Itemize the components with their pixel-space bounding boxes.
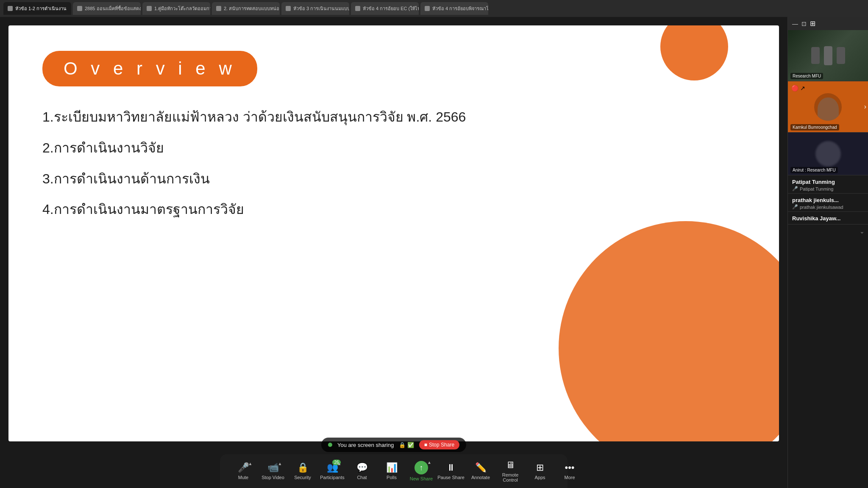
chat-icon: 💬 (356, 462, 368, 473)
tab-favicon-5 (286, 6, 291, 11)
toolbar-pause-share[interactable]: ⏸ Pause Share (436, 462, 466, 480)
tab-label-3: 1.คู่มือทักวะโต๊ะกลวัดออมการวิจัย ... (154, 5, 210, 12)
apps-icon: ⊞ (536, 462, 544, 473)
participant-sub-1: 🎤 Patipat Tunming (792, 186, 864, 191)
tab-label-2: 2885 ออนแม็คที่ซื้อข้อแสดงแบบพ... (85, 5, 141, 12)
main-area: O v e r v i e w 1.ระเบียบมหาวิทยาลัยแม่ฟ… (0, 17, 868, 488)
tab-favicon (8, 6, 13, 11)
more-icon: ••• (565, 462, 574, 473)
remote-control-label: Remote Control (495, 472, 525, 482)
tab-favicon-7 (425, 6, 430, 11)
meeting-room-people (811, 46, 845, 65)
stop-video-label: Stop Video (262, 475, 284, 480)
stop-video-chevron[interactable]: ▲ (278, 461, 282, 466)
toolbar-annotate[interactable]: ✏️ Annotate (466, 462, 495, 480)
annotate-icon: ✏️ (475, 462, 487, 473)
stop-share-label: Stop Share (429, 442, 454, 448)
tab-label-4: 2. สนับการทดสอบแบบหน่อยในแต่ล้ว... (224, 5, 280, 12)
deco-circle-bottom-right (559, 221, 779, 441)
sharing-icons: 🔒 ✅ (399, 442, 414, 448)
reaction-arrow: ↗ (800, 85, 805, 92)
annotate-label: Annotate (471, 475, 490, 480)
toolbar-remote-control[interactable]: 🖥 Remote Control (495, 460, 525, 482)
person-silhouette-1 (811, 47, 820, 64)
zoom-toolbar: 🎤 ▲ Mute 📹 ▲ Stop Video 🔒 Security (220, 454, 568, 488)
sidebar-grid-button[interactable]: ⊞ (810, 19, 815, 28)
pause-share-label: Pause Share (437, 475, 465, 480)
tab-6[interactable]: หัวข้อ 4 การอ้ยอบ EC (ให้ไฟล์... (351, 2, 419, 15)
reaction-fire: 🔴 (791, 85, 798, 92)
tab-close[interactable]: ✕ (71, 6, 71, 11)
sidebar-minimize-button[interactable]: — (792, 20, 798, 27)
tab-favicon-2 (77, 6, 82, 11)
tab-label: หัวข้อ 1-2 การดำเนินงาน (15, 5, 67, 12)
toolbar-stop-video[interactable]: 📹 ▲ Stop Video (258, 462, 288, 480)
participant-name-3: Ruvishika Jayaw... (792, 215, 864, 222)
new-share-chevron[interactable]: ▲ (427, 460, 431, 465)
face-shape (818, 97, 839, 121)
video-label-1: Research MFU (790, 73, 823, 79)
mic-icon-1: 🎤 (792, 186, 798, 191)
chevron-down-icon: ⌄ (860, 228, 865, 235)
mute-chevron[interactable]: ▲ (248, 461, 253, 466)
stop-share-button[interactable]: ■ Stop Share (419, 440, 459, 449)
tab-4[interactable]: 2. สนับการทดสอบแบบหน่อยในแต่ล้ว... (212, 2, 280, 15)
mic-icon-2: 🎤 (792, 204, 798, 210)
tab-2[interactable]: 2885 ออนแม็คที่ซื้อข้อแสดงแบบพ... (73, 2, 141, 15)
stop-video-icon-wrap: 📹 ▲ (267, 462, 279, 473)
participant-section-1: Patipat Tunming 🎤 Patipat Tunming (788, 175, 868, 194)
chat-label: Chat (357, 475, 367, 480)
slide-item-1: 1.ระเบียบมหาวิทยาลัยแม่ฟ้าหลวง ว่าด้วยเง… (42, 108, 745, 127)
sidebar-show-more[interactable]: ⌄ (788, 225, 868, 238)
video-tile-2: 🔴 ↗ › Karnkul Bumroongchad (788, 81, 868, 133)
tab-7[interactable]: หัวข้อ 4 การอ้ยอบพิจารณาโดยอม... (420, 2, 488, 15)
video-label-3: Anirut : Research MFU (790, 167, 838, 173)
expand-arrow: › (864, 103, 866, 111)
mute-label: Mute (238, 475, 248, 480)
browser-tabs: หัวข้อ 1-2 การดำเนินงาน ✕ 2885 ออนแม็คที… (0, 0, 868, 17)
more-icon-wrap: ••• (565, 462, 574, 473)
video-label-2: Karnkul Bumroongchad (790, 124, 839, 130)
sidebar-controls: — ⊡ ⊞ (788, 17, 868, 30)
tab-3[interactable]: 1.คู่มือทักวะโต๊ะกลวัดออมการวิจัย ... (142, 2, 210, 15)
overview-badge: O v e r v i e w (42, 51, 257, 86)
participant-section-3: Ruvishika Jayaw... (788, 212, 868, 225)
chat-icon-wrap: 💬 (356, 462, 368, 473)
slide-list: 1.ระเบียบมหาวิทยาลัยแม่ฟ้าหลวง ว่าด้วยเง… (42, 108, 745, 219)
slide-item-3: 3.การดำเนินงานด้านการเงิน (42, 169, 745, 189)
toolbar-security[interactable]: 🔒 Security (288, 462, 317, 480)
person-silhouette-2 (824, 46, 832, 65)
sharing-bar: You are screen sharing 🔒 ✅ ■ Stop Share (321, 438, 466, 452)
toolbar-participants[interactable]: 👥 26 ▲ Participants (317, 462, 347, 480)
video-placeholder-1: Research MFU (788, 30, 868, 81)
toolbar-apps[interactable]: ⊞ Apps (525, 462, 555, 480)
mute-icon: 🎤 (238, 462, 249, 473)
stop-video-icon: 📹 (267, 462, 279, 473)
sharing-dot (328, 443, 332, 447)
tab-favicon-3 (147, 6, 152, 11)
tab-favicon-4 (216, 6, 221, 11)
pause-share-icon: ⏸ (446, 462, 456, 473)
avatar-karnkul (814, 93, 842, 121)
pause-share-icon-wrap: ⏸ (446, 462, 456, 473)
participants-icon-wrap: 👥 26 ▲ (327, 462, 338, 473)
apps-icon-wrap: ⊞ (536, 462, 544, 473)
slide-item-2: 2.การดำเนินงานวิจัย (42, 139, 745, 158)
toolbar-new-share[interactable]: ↑ ▲ New Share (406, 461, 436, 481)
anirut-avatar (815, 141, 841, 166)
security-icon: 🔒 (297, 462, 309, 473)
participants-chevron[interactable]: ▲ (337, 461, 342, 466)
toolbar-polls[interactable]: 📊 Polls (377, 462, 406, 480)
participants-label: Participants (320, 475, 344, 480)
sidebar-view-button[interactable]: ⊡ (801, 20, 807, 27)
toolbar-mute[interactable]: 🎤 ▲ Mute (228, 462, 258, 480)
polls-icon: 📊 (386, 462, 398, 473)
tab-active[interactable]: หัวข้อ 1-2 การดำเนินงาน ✕ (3, 2, 71, 15)
orange-tile: 🔴 ↗ › Karnkul Bumroongchad (788, 81, 868, 132)
tab-5[interactable]: หัวข้อ 3 การเนินงานนมแบบชาย (281, 2, 349, 15)
more-label: More (564, 475, 575, 480)
toolbar-chat[interactable]: 💬 Chat (347, 462, 377, 480)
security-icon-wrap: 🔒 (297, 462, 309, 473)
video-tile-1: Research MFU (788, 30, 868, 81)
toolbar-more[interactable]: ••• More (555, 462, 584, 480)
